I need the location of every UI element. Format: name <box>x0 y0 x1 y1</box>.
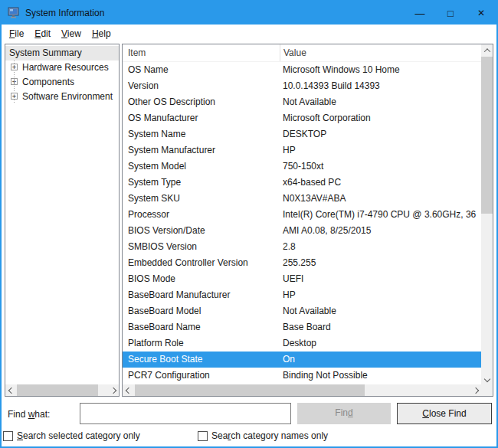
value-cell: HP <box>280 287 481 303</box>
item-cell: Platform Role <box>123 335 280 352</box>
value-cell: 10.0.14393 Build 14393 <box>280 78 481 94</box>
scrollbar-thumb[interactable] <box>135 384 365 396</box>
table-row[interactable]: Embedded Controller Version255.255 <box>123 255 481 271</box>
value-cell: UEFI <box>280 271 481 287</box>
find-button[interactable]: Find <box>297 403 391 424</box>
item-cell: System Manufacturer <box>123 142 280 159</box>
item-cell: Other OS Description <box>123 94 280 110</box>
value-cell: AMI A0.08, 8/25/2015 <box>280 223 481 239</box>
find-what-label: Find what: <box>8 409 50 420</box>
close-find-button[interactable]: Close Find <box>397 403 492 424</box>
item-cell: BIOS Version/Date <box>123 223 280 239</box>
value-cell: Binding Not Possible <box>280 368 481 384</box>
table-row[interactable]: SMBIOS Version2.8 <box>123 239 481 255</box>
search-category-names-option: Search category names only <box>198 430 328 441</box>
item-cell: Embedded Controller Version <box>123 255 280 271</box>
content-area: System Summary + Hardware Resources + Co… <box>2 43 496 398</box>
scrollbar-thumb[interactable] <box>481 57 493 214</box>
table-row[interactable]: BaseBoard NameBase Board <box>123 319 481 335</box>
value-cell: Microsoft Corporation <box>280 110 481 126</box>
find-bar: Find what: Find Close Find Search select… <box>2 398 496 446</box>
search-selected-category-option: Search selected category only <box>3 430 140 441</box>
scroll-left-icon[interactable] <box>5 384 17 396</box>
table-row[interactable]: Platform RoleDesktop <box>123 335 481 352</box>
item-cell: System Model <box>123 159 280 175</box>
value-cell: Base Board <box>280 319 481 335</box>
item-cell: System Type <box>123 175 280 191</box>
close-icon: ✕ <box>477 8 485 18</box>
value-cell: 750-150xt <box>280 159 481 175</box>
close-button[interactable]: ✕ <box>466 2 496 25</box>
find-input[interactable] <box>80 403 291 424</box>
system-information-icon <box>8 7 20 19</box>
item-cell: BaseBoard Manufacturer <box>123 287 280 303</box>
item-cell: BaseBoard Name <box>123 319 280 335</box>
list-rows: OS NameMicrosoft Windows 10 Home Version… <box>123 62 481 384</box>
value-cell: On <box>280 352 481 368</box>
table-row[interactable]: System NameDESKTOP <box>123 126 481 142</box>
item-cell: System Name <box>123 126 280 142</box>
tree-horizontal-scrollbar[interactable] <box>5 384 119 396</box>
value-cell: 255.255 <box>280 255 481 271</box>
value-cell: Intel(R) Core(TM) i7-4790 CPU @ 3.60GHz,… <box>280 207 481 223</box>
scroll-right-icon[interactable] <box>470 384 481 396</box>
search-selected-category-checkbox[interactable] <box>3 431 13 441</box>
item-cell: Secure Boot State <box>123 352 280 368</box>
item-cell: Processor <box>123 207 280 223</box>
tree-item-software-environment[interactable]: + Software Environment <box>5 90 119 104</box>
value-cell: Microsoft Windows 10 Home <box>280 62 481 78</box>
item-cell: BaseBoard Model <box>123 303 280 319</box>
value-cell: Not Available <box>280 94 481 110</box>
minimize-button[interactable]: — <box>405 2 435 25</box>
tree-item-system-summary[interactable]: System Summary <box>5 46 119 60</box>
value-cell: DESKTOP <box>280 126 481 142</box>
value-cell: x64-based PC <box>280 175 481 191</box>
checkbox-label: Search category names only <box>211 430 328 441</box>
table-row[interactable]: OS NameMicrosoft Windows 10 Home <box>123 62 481 78</box>
table-row[interactable]: BIOS ModeUEFI <box>123 271 481 287</box>
window-title: System Information <box>25 8 104 18</box>
window-controls: — □ ✕ <box>405 2 496 25</box>
table-row[interactable]: BaseBoard ManufacturerHP <box>123 287 481 303</box>
search-category-names-checkbox[interactable] <box>198 431 208 441</box>
minimize-icon: — <box>415 8 425 19</box>
scroll-right-icon[interactable] <box>107 384 119 396</box>
scrollbar-thumb[interactable] <box>17 384 98 396</box>
value-cell: N0X13AV#ABA <box>280 191 481 207</box>
menu-file[interactable]: File <box>4 26 29 41</box>
vertical-scrollbar[interactable] <box>481 44 493 384</box>
title-bar: System Information — □ ✕ <box>2 2 496 25</box>
table-row[interactable]: OS ManufacturerMicrosoft Corporation <box>123 110 481 126</box>
category-tree-panel: System Summary + Hardware Resources + Co… <box>5 44 120 397</box>
tree-item-hardware-resources[interactable]: + Hardware Resources <box>5 60 119 75</box>
table-row[interactable]: BaseBoard ModelNot Available <box>123 303 481 319</box>
system-information-window: System Information — □ ✕ File Edit View … <box>0 0 498 448</box>
menu-view[interactable]: View <box>56 26 87 41</box>
table-row[interactable]: BIOS Version/DateAMI A0.08, 8/25/2015 <box>123 223 481 239</box>
table-row[interactable]: ProcessorIntel(R) Core(TM) i7-4790 CPU @… <box>123 207 481 223</box>
menu-help[interactable]: Help <box>87 26 116 41</box>
scroll-left-icon[interactable] <box>123 384 134 396</box>
scroll-down-icon[interactable] <box>481 373 493 384</box>
checkbox-label: Search selected category only <box>17 430 140 441</box>
column-header-value[interactable]: Value <box>280 44 493 61</box>
maximize-button[interactable]: □ <box>435 2 466 25</box>
menu-bar: File Edit View Help <box>2 25 496 43</box>
menu-edit[interactable]: Edit <box>29 26 56 41</box>
table-row[interactable]: System SKUN0X13AV#ABA <box>123 191 481 207</box>
item-cell: BIOS Mode <box>123 271 280 287</box>
table-row[interactable]: Other OS DescriptionNot Available <box>123 94 481 110</box>
scroll-up-icon[interactable] <box>481 44 493 56</box>
table-row[interactable]: System Model750-150xt <box>123 159 481 175</box>
column-header-item[interactable]: Item <box>123 44 280 61</box>
table-row-selected[interactable]: Secure Boot StateOn <box>123 352 481 368</box>
maximize-icon: □ <box>447 8 454 19</box>
table-row[interactable]: System ManufacturerHP <box>123 142 481 159</box>
scrollbar-corner <box>481 384 493 396</box>
list-horizontal-scrollbar[interactable] <box>123 384 481 396</box>
table-row[interactable]: System Typex64-based PC <box>123 175 481 191</box>
table-row[interactable]: PCR7 ConfigurationBinding Not Possible <box>123 368 481 384</box>
item-cell: OS Name <box>123 62 280 78</box>
tree-item-components[interactable]: + Components <box>5 75 119 90</box>
table-row[interactable]: Version10.0.14393 Build 14393 <box>123 78 481 94</box>
